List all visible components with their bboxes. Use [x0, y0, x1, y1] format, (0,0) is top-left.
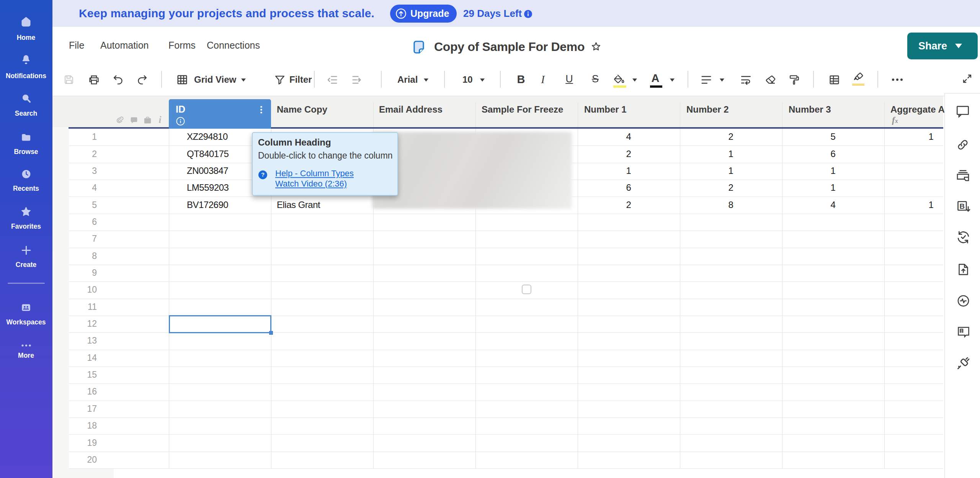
- svg-text:?: ?: [261, 172, 265, 178]
- svg-text:B: B: [960, 202, 965, 210]
